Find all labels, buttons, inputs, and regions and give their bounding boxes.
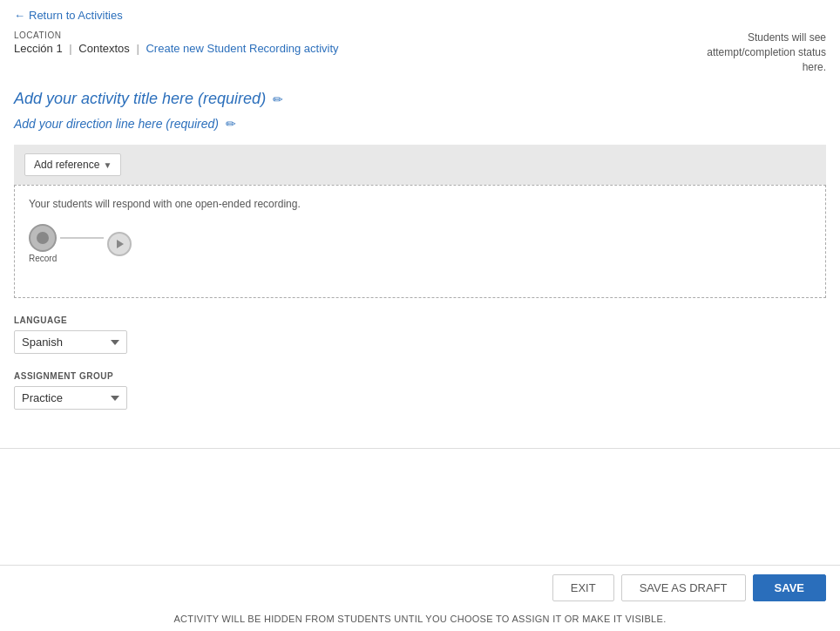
action-buttons: EXIT SAVE AS DRAFT SAVE (0, 566, 840, 610)
bottom-bar: EXIT SAVE AS DRAFT SAVE ACTIVITY WILL BE… (0, 565, 840, 631)
record-label: Record (29, 254, 57, 263)
direction-row: Add your direction line here (required) … (14, 117, 826, 131)
language-select[interactable]: Spanish English French Portuguese (14, 330, 127, 354)
record-button-wrap: Record (29, 224, 57, 263)
breadcrumb-part2: Contextos (78, 42, 130, 55)
assignment-group-label: ASSIGNMENT GROUP (14, 371, 826, 381)
recording-hint: Your students will respond with one open… (29, 198, 811, 210)
breadcrumb-sep2: | (136, 42, 139, 55)
breadcrumb-create-text: Create new Student Recording activity (146, 42, 338, 55)
record-circle-inner (37, 232, 49, 244)
top-nav: ← Return to Activities (0, 0, 840, 27)
breadcrumb-sep1: | (69, 42, 71, 55)
assignment-group-field-group: ASSIGNMENT GROUP Practice Homework Test … (14, 371, 826, 410)
save-button[interactable]: SAVE (753, 574, 826, 601)
progress-line (60, 237, 104, 239)
visibility-notice: ACTIVITY WILL BE HIDDEN FROM STUDENTS UN… (0, 610, 840, 631)
language-field-group: LANGUAGE Spanish English French Portugue… (14, 316, 826, 354)
activity-title-row: Add your activity title here (required) … (14, 90, 826, 108)
assignment-group-select[interactable]: Practice Homework Test Quiz (14, 386, 127, 410)
record-button[interactable] (29, 224, 57, 252)
language-label: LANGUAGE (14, 316, 826, 325)
form-section: LANGUAGE Spanish English French Portugue… (0, 298, 840, 441)
breadcrumb-left: LOCATION Lección 1 | Contextos | Create … (14, 31, 339, 55)
chevron-down-icon: ▼ (103, 160, 112, 170)
exit-button[interactable]: EXIT (552, 574, 614, 601)
status-hint: Students will see attempt/completion sta… (687, 31, 826, 74)
edit-title-icon[interactable]: ✏ (273, 92, 283, 106)
reference-toolbar: Add reference ▼ (14, 145, 826, 185)
playback-icon (117, 240, 124, 248)
breadcrumb-row: LOCATION Lección 1 | Contextos | Create … (0, 27, 840, 83)
direction-placeholder[interactable]: Add your direction line here (required) (14, 117, 219, 131)
breadcrumb-path: Lección 1 | Contextos | Create new Stude… (14, 42, 339, 55)
main-content: Add your activity title here (required) … (0, 83, 840, 298)
arrow-icon: ← (14, 9, 25, 22)
return-to-activities-link[interactable]: ← Return to Activities (14, 9, 123, 22)
add-reference-button[interactable]: Add reference ▼ (24, 153, 121, 176)
return-label: Return to Activities (29, 9, 123, 22)
save-draft-button[interactable]: SAVE AS DRAFT (621, 574, 746, 601)
edit-direction-icon[interactable]: ✏ (226, 117, 236, 131)
add-reference-label: Add reference (34, 159, 99, 171)
bottom-divider (0, 448, 840, 449)
activity-title-placeholder[interactable]: Add your activity title here (required) (14, 90, 266, 108)
location-label: LOCATION (14, 31, 339, 40)
breadcrumb-part1: Lección 1 (14, 42, 63, 55)
playback-button[interactable] (107, 232, 132, 256)
recorder-controls: Record (29, 224, 811, 263)
recording-area: Your students will respond with one open… (14, 185, 826, 298)
